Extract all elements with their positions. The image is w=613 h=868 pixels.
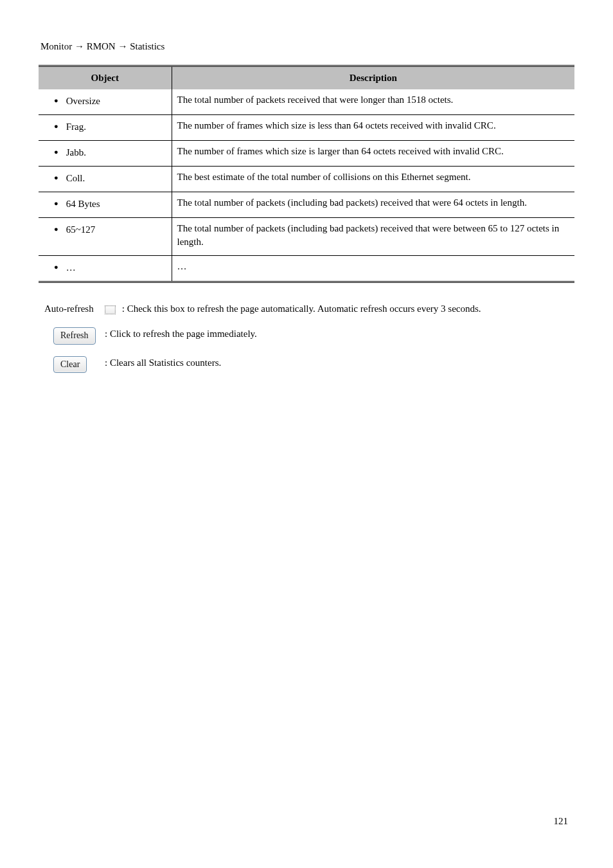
legend-desc: : Click to refresh the page immediately. [102, 327, 574, 341]
row-description: The total number of packets received tha… [172, 89, 574, 115]
row-object: Coll. [66, 170, 85, 185]
row-description: The total number of packets (including b… [172, 218, 574, 256]
legend-desc: : Check this box to refresh the page aut… [122, 303, 481, 314]
bullet-icon: ● [44, 119, 66, 130]
legend-block: Auto-refresh : Check this box to refresh… [39, 302, 574, 373]
bullet-icon: ● [44, 222, 66, 233]
table-row: ●65~127 The total number of packets (inc… [39, 218, 574, 256]
refresh-button[interactable]: Refresh [53, 327, 96, 345]
legend-refresh: Refresh : Click to refresh the page imme… [39, 327, 574, 345]
checkbox-icon[interactable] [105, 305, 116, 314]
row-description: … [172, 256, 574, 282]
th-description: Description [172, 66, 574, 90]
legend-label: Auto-refresh [44, 302, 102, 316]
bullet-icon: ● [44, 145, 66, 156]
table-row: ●64 Bytes The total number of packets (i… [39, 192, 574, 218]
row-object: Oversize [66, 93, 100, 108]
legend-desc: : Clears all Statistics counters. [102, 356, 574, 370]
section-title: Monitor → RMON → Statistics [40, 40, 574, 53]
bullet-icon: ● [44, 260, 66, 271]
bullet-icon: ● [44, 170, 66, 181]
table-row: ●Jabb. The number of frames which size i… [39, 141, 574, 167]
legend-auto-refresh: Auto-refresh : Check this box to refresh… [39, 302, 574, 316]
stats-table: Object Description ●Oversize The total n… [39, 65, 574, 283]
row-object: 65~127 [66, 222, 96, 237]
clear-button[interactable]: Clear [53, 356, 87, 374]
table-row: ●Coll. The best estimate of the total nu… [39, 167, 574, 192]
row-object: 64 Bytes [66, 196, 100, 211]
bullet-icon: ● [44, 93, 66, 104]
row-description: The total number of packets (including b… [172, 192, 574, 218]
th-object: Object [39, 66, 172, 90]
row-description: The number of frames which size is less … [172, 115, 574, 141]
table-row: ●Oversize The total number of packets re… [39, 89, 574, 115]
bullet-icon: ● [44, 196, 66, 207]
table-row: ●… … [39, 256, 574, 282]
row-object: Frag. [66, 119, 86, 134]
row-description: The best estimate of the total number of… [172, 167, 574, 192]
table-row: ●Frag. The number of frames which size i… [39, 115, 574, 141]
legend-clear: Clear : Clears all Statistics counters. [39, 356, 574, 374]
row-description: The number of frames which size is large… [172, 141, 574, 167]
row-object: Jabb. [66, 145, 86, 159]
row-object: … [66, 260, 76, 275]
